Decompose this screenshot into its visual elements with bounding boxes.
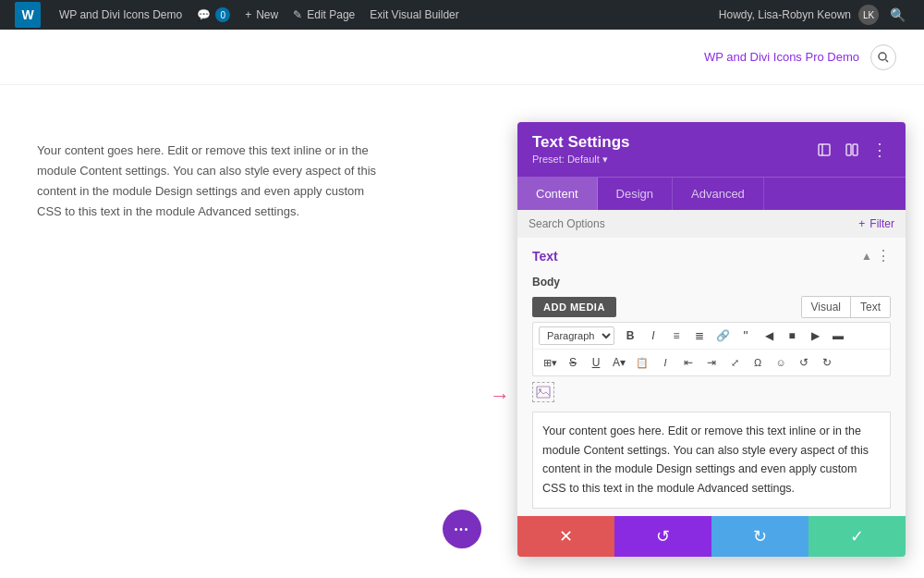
admin-bar-right: Howdy, Lisa-Robyn Keown LK 🔍	[719, 5, 917, 25]
panel-body: Text ▲ ⋮ Body ADD MEDIA Visual Text	[517, 238, 906, 509]
panel-more-button[interactable]: ⋮	[869, 139, 891, 161]
unordered-list-button[interactable]: ≡	[665, 326, 687, 346]
add-media-button[interactable]: ADD MEDIA	[532, 297, 616, 317]
page-text-content: Your content goes here. Edit or remove t…	[37, 141, 388, 222]
undo-button[interactable]: ↺	[614, 516, 711, 557]
tab-design[interactable]: Design	[598, 178, 673, 210]
redo-icon: ↻	[753, 526, 767, 547]
header-search-button[interactable]	[870, 44, 896, 70]
redo-button[interactable]: ↻	[711, 516, 808, 557]
undo-toolbar-button[interactable]: ↺	[793, 352, 815, 373]
underline-button[interactable]: U	[585, 352, 607, 373]
comment-count: 0	[215, 7, 230, 22]
user-greeting: Howdy, Lisa-Robyn Keown	[719, 8, 851, 21]
site-name-item[interactable]: WP and Divi Icons Demo	[52, 0, 189, 30]
svg-rect-5	[853, 144, 857, 155]
italic2-button[interactable]: I	[654, 352, 676, 373]
more-dots-icon: ⋮	[871, 141, 888, 158]
arrow-pointer: →	[490, 384, 510, 408]
admin-search-icon[interactable]: 🔍	[886, 7, 909, 22]
exit-builder-label: Exit Visual Builder	[370, 8, 459, 21]
section-title: Text	[532, 249, 558, 264]
panel-preset[interactable]: Preset: Default ▾	[532, 154, 629, 166]
columns-icon	[845, 143, 858, 156]
cancel-button[interactable]: ✕	[517, 516, 614, 557]
cancel-icon: ✕	[559, 526, 573, 547]
justify-button[interactable]: ▬	[827, 326, 849, 346]
svg-point-0	[879, 53, 886, 60]
section-controls: ▲ ⋮	[861, 247, 891, 264]
user-avatar: LK	[858, 5, 879, 25]
redo-toolbar-button[interactable]: ↻	[816, 352, 838, 373]
toolbar-row-2: ⊞▾ S U A▾ 📋 I ⇤ ⇥ ⤢ Ω ☺ ↺ ↻	[533, 350, 890, 375]
comment-icon: 💬	[197, 8, 211, 21]
comments-item[interactable]: 💬 0	[189, 0, 237, 30]
align-right-button[interactable]: ▶	[804, 326, 826, 346]
wp-logo-item[interactable]: W	[7, 0, 52, 30]
text-tab[interactable]: Text	[851, 297, 890, 317]
tab-advanced[interactable]: Advanced	[673, 178, 764, 210]
italic-button[interactable]: I	[642, 326, 664, 346]
svg-rect-6	[537, 387, 550, 398]
paragraph-select[interactable]: Paragraph	[539, 326, 614, 345]
chevron-up-icon[interactable]: ▲	[861, 250, 872, 263]
site-name-label: WP and Divi Icons Demo	[59, 8, 182, 21]
save-button[interactable]: ✓	[808, 516, 906, 557]
section-more-icon[interactable]: ⋮	[876, 247, 891, 264]
fullscreen-button[interactable]: ⤢	[723, 352, 746, 373]
page-body-text: Your content goes here. Edit or remove t…	[37, 141, 388, 222]
visual-text-toggle: Visual Text	[801, 296, 891, 318]
emoji-button[interactable]: ☺	[770, 352, 792, 373]
floating-action-button[interactable]: •••	[443, 510, 481, 548]
paste-button[interactable]: 📋	[631, 352, 653, 373]
new-item[interactable]: + New	[237, 0, 286, 30]
panel-search-bar: + Filter	[517, 210, 906, 238]
text-color-button[interactable]: A▾	[608, 352, 630, 373]
special-chars-button[interactable]: Ω	[747, 352, 769, 373]
panel-maximize-button[interactable]	[813, 139, 835, 161]
strikethrough-button[interactable]: S	[562, 352, 584, 373]
visual-tab[interactable]: Visual	[802, 297, 851, 317]
filter-button[interactable]: + Filter	[858, 217, 894, 230]
bold-button[interactable]: B	[619, 326, 641, 346]
indent-left-button[interactable]: ⇤	[677, 352, 699, 373]
admin-bar: W WP and Divi Icons Demo 💬 0 + New ✎ Edi…	[0, 0, 924, 30]
site-title-link[interactable]: WP and Divi Icons Pro Demo	[704, 50, 859, 64]
plus-icon: +	[245, 8, 251, 21]
blockquote-button[interactable]: "	[735, 326, 757, 346]
undo-icon: ↺	[656, 526, 670, 547]
table-button[interactable]: ⊞▾	[539, 352, 561, 373]
new-label: New	[256, 8, 278, 21]
panel-tabs: Content Design Advanced	[517, 177, 906, 210]
panel-actions: ✕ ↺ ↻ ✓	[517, 516, 906, 557]
svg-rect-2	[819, 144, 830, 155]
save-icon: ✓	[850, 526, 864, 547]
image-icon	[536, 386, 551, 399]
filter-label: Filter	[869, 217, 894, 230]
align-center-button[interactable]: ■	[781, 326, 803, 346]
panel-columns-button[interactable]	[841, 139, 863, 161]
text-section-header: Text ▲ ⋮	[517, 238, 906, 272]
panel-header-icons: ⋮	[813, 139, 891, 161]
icon-row	[517, 376, 906, 408]
align-left-button[interactable]: ◀	[758, 326, 780, 346]
divi-icon-preview[interactable]	[532, 382, 554, 402]
settings-panel: Text Settings Preset: Default ▾	[517, 122, 906, 557]
editor-toolbar-top: ADD MEDIA Visual Text	[517, 292, 906, 322]
pencil-icon: ✎	[293, 8, 302, 21]
body-label: Body	[517, 272, 906, 292]
indent-right-button[interactable]: ⇥	[700, 352, 723, 373]
edit-page-label: Edit Page	[307, 8, 355, 21]
editor-content[interactable]: Your content goes here. Edit or remove t…	[532, 412, 891, 509]
tab-content[interactable]: Content	[517, 178, 598, 210]
panel-header: Text Settings Preset: Default ▾	[517, 122, 906, 177]
edit-page-item[interactable]: ✎ Edit Page	[286, 0, 362, 30]
site-header: WP and Divi Icons Pro Demo	[0, 30, 924, 85]
arrow-icon: →	[490, 384, 510, 408]
search-options-input[interactable]	[529, 217, 858, 230]
ordered-list-button[interactable]: ≣	[688, 326, 711, 346]
maximize-icon	[818, 143, 831, 156]
exit-builder-item[interactable]: Exit Visual Builder	[362, 0, 467, 30]
link-button[interactable]: 🔗	[711, 326, 734, 346]
svg-rect-4	[846, 144, 851, 155]
